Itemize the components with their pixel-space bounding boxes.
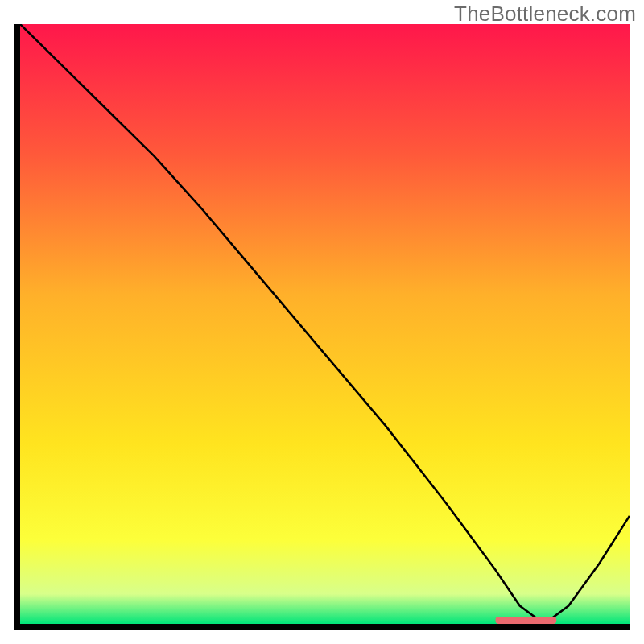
chart-axes-frame — [14, 24, 630, 630]
optimal-range-marker — [496, 617, 557, 624]
watermark-text: TheBottleneck.com — [454, 2, 636, 27]
chart-canvas — [20, 24, 630, 624]
